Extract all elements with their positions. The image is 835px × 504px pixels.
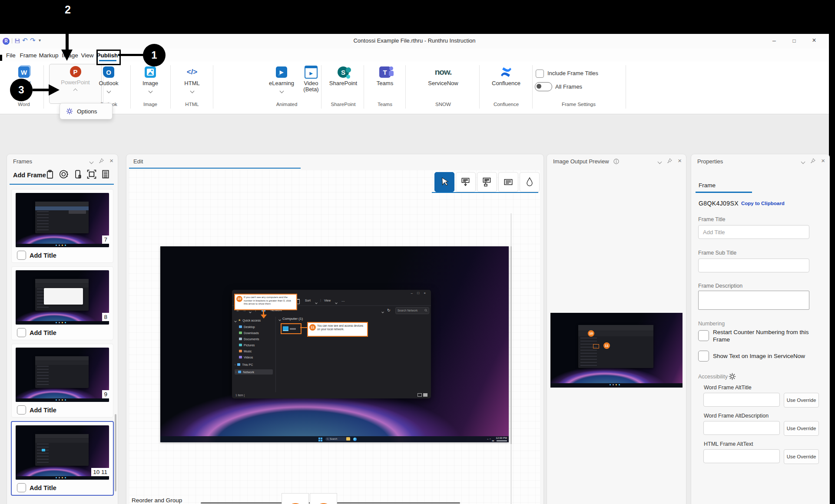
word-altdescription-override-button[interactable]: Use Override: [784, 421, 819, 436]
thumbnail-taskbar: [16, 398, 109, 402]
word-altdescription-input[interactable]: [703, 421, 780, 435]
maximize-button[interactable]: □: [788, 38, 801, 44]
add-title-checkbox[interactable]: [17, 483, 26, 492]
frame-card-8[interactable]: 8 Add Title: [11, 266, 113, 340]
annotation-connector-1: [118, 54, 143, 56]
file-explorer-icon: [346, 438, 350, 441]
sidebar-downloads: Downloads: [239, 330, 259, 335]
menu-file[interactable]: File: [4, 51, 17, 60]
add-title-label: Add Title: [30, 252, 56, 259]
ribbon-separator: [364, 65, 364, 109]
add-title-checkbox[interactable]: [17, 405, 26, 414]
publish-sharepoint-button[interactable]: S SharePoint: [323, 65, 363, 86]
annotation-arrow-2-head: [61, 50, 73, 61]
select-tool-button[interactable]: [434, 172, 454, 192]
publish-servicenow-button[interactable]: now. ServiceNow: [423, 65, 463, 86]
frame-tab[interactable]: Frame: [699, 182, 716, 189]
textbox-tool-button[interactable]: [498, 172, 518, 192]
callout-11[interactable]: 11 You can now see and access devices on…: [307, 322, 368, 337]
workspace: Frames × Add Frame: [0, 114, 829, 504]
copy-to-clipboard-link[interactable]: Copy to Clipboard: [741, 201, 785, 206]
group-card-10[interactable]: 10: [282, 493, 309, 504]
close-icon[interactable]: ×: [109, 158, 113, 164]
chevron-down-icon: [279, 89, 284, 93]
sidebar-music: Music: [239, 348, 252, 354]
frame-card-7[interactable]: 7 Add Title: [11, 189, 113, 263]
options-menu-item[interactable]: Options: [77, 108, 97, 115]
html-alttext-input[interactable]: [703, 449, 780, 463]
publish-confluence-button[interactable]: Confluence: [486, 65, 526, 86]
include-frame-titles-checkbox[interactable]: [536, 70, 544, 78]
pin-icon[interactable]: [667, 158, 672, 163]
publish-teams-button[interactable]: T Teams: [365, 65, 405, 86]
group-label-animated: Animated: [276, 102, 298, 107]
edit-canvas[interactable]: – □ × Sort | View ...: [129, 170, 540, 504]
add-title-checkbox[interactable]: [17, 328, 26, 337]
thumbnail-dialog: [44, 288, 83, 305]
publish-image-button[interactable]: Image: [130, 65, 170, 94]
device-capture-icon[interactable]: [73, 169, 83, 179]
frame-number-badge: 7: [102, 235, 109, 244]
toolbar-customize-icon[interactable]: ▾: [39, 38, 41, 43]
callout-10[interactable]: 10 If you can't see any computers and th…: [234, 294, 297, 310]
document-frame-icon[interactable]: [101, 169, 110, 179]
powerpoint-options-menu[interactable]: Options: [60, 103, 113, 119]
paste-frame-icon[interactable]: [45, 169, 55, 179]
frame-card-10-11-selected[interactable]: 10 11 Add Title: [11, 421, 114, 496]
edge-icon: [353, 438, 357, 441]
publish-video-button[interactable]: ▶ Video (Beta): [298, 65, 324, 93]
close-icon[interactable]: ×: [678, 158, 682, 164]
frame-subtitle-input[interactable]: [698, 259, 809, 272]
callout-connector-tool-button[interactable]: [477, 172, 497, 192]
servicenow-icon: now.: [423, 65, 463, 79]
publish-outlook-button[interactable]: O Outlook: [89, 65, 129, 94]
callout-10-text: If you can't see any computers and the n…: [244, 295, 295, 308]
accessibility-gear-icon[interactable]: [729, 373, 736, 380]
reorder-and-group-tab[interactable]: Reorder and Group: [132, 497, 182, 504]
sharepoint-icon: S: [323, 65, 363, 79]
frame-title-input[interactable]: [698, 225, 809, 239]
close-button[interactable]: ×: [808, 36, 821, 44]
screen: { "annotations": { "step1": "1", "step2"…: [0, 0, 835, 504]
callout-arrow-tool-button[interactable]: [456, 172, 476, 192]
lens-capture-icon[interactable]: [59, 169, 69, 179]
html-alttext-override-button[interactable]: Use Override: [784, 449, 819, 464]
canvas-vscrollbar-thumb[interactable]: [510, 246, 512, 444]
edit-tab[interactable]: Edit: [133, 158, 143, 165]
publish-html-button[interactable]: </> HTML: [172, 65, 212, 94]
add-title-checkbox[interactable]: [17, 251, 26, 260]
toolbar-underline: [432, 192, 538, 193]
frame-card-9[interactable]: 9 Add Title: [11, 344, 113, 418]
collapse-chevron-icon[interactable]: [801, 159, 805, 164]
html-alttext-label: HTML Frame AltText: [704, 441, 753, 447]
region-capture-icon[interactable]: [86, 169, 97, 179]
collapse-chevron-icon[interactable]: [89, 159, 94, 164]
frames-panel-header: Frames ×: [7, 154, 118, 167]
undo-icon[interactable]: ↶: [22, 36, 28, 44]
menu-markup[interactable]: Markup: [37, 51, 60, 60]
all-frames-toggle[interactable]: [535, 82, 552, 91]
redo-icon[interactable]: ↷: [30, 36, 36, 44]
minimize-button[interactable]: –: [768, 37, 781, 44]
show-text-servicenow-checkbox[interactable]: [698, 351, 709, 361]
frame-description-input[interactable]: [698, 291, 809, 310]
menu-view[interactable]: View: [79, 51, 95, 60]
blur-tool-button[interactable]: [520, 172, 540, 192]
add-title-label: Add Title: [30, 329, 56, 336]
save-icon[interactable]: [14, 38, 20, 44]
computer-group-header: Computer (1): [279, 317, 303, 321]
close-icon[interactable]: ×: [821, 158, 825, 164]
frames-scrollbar[interactable]: [115, 414, 116, 491]
group-card-11[interactable]: 11: [310, 493, 337, 504]
pin-icon[interactable]: [99, 158, 104, 163]
word-alttitle-override-button[interactable]: Use Override: [784, 393, 819, 408]
taskbar-clock: 12:00 PM: [496, 437, 507, 441]
collapse-chevron-icon[interactable]: [658, 159, 662, 164]
menu-frame[interactable]: Frame: [18, 51, 38, 60]
image-output-preview-panel: Image Output Preview × 10 11: [547, 154, 686, 504]
toolbar-divider: |: [11, 37, 13, 43]
publish-elearning-button[interactable]: ▶ ← eLearning: [262, 65, 302, 94]
pin-icon[interactable]: [810, 158, 815, 163]
word-alttitle-input[interactable]: [703, 393, 780, 407]
restart-counter-checkbox[interactable]: [698, 330, 709, 341]
